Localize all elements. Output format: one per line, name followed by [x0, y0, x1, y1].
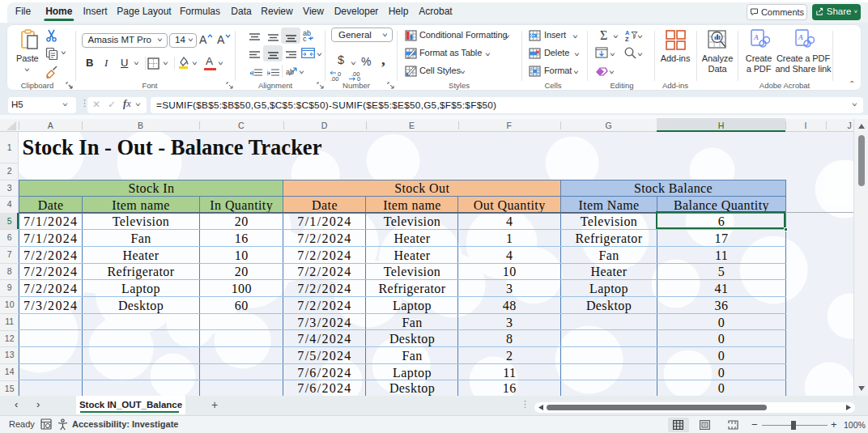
- svg-text:Z: Z: [625, 36, 629, 42]
- svg-text:0: 0: [357, 75, 360, 81]
- svg-text:c: c: [303, 35, 307, 41]
- svg-text:.00: .00: [330, 75, 338, 81]
- svg-text:A: A: [798, 33, 803, 41]
- svg-text:A: A: [753, 33, 759, 41]
